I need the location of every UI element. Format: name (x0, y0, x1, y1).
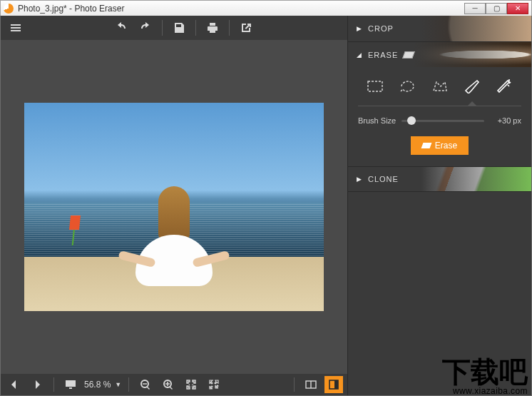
right-panel: ▶ CROP ◢ ERASE (347, 16, 531, 395)
toolbar-separator (195, 20, 196, 36)
photo-object-flag (69, 215, 81, 230)
toolbar-separator (229, 20, 230, 36)
arrow-right-icon (31, 379, 43, 390)
zoom-out-icon (140, 379, 151, 390)
toggle-panel-button[interactable] (324, 376, 343, 393)
rect-select-tool[interactable] (362, 77, 388, 96)
statusbar-separator (294, 377, 295, 392)
undo-icon (115, 21, 128, 34)
compare-icon (305, 379, 317, 390)
brush-icon (463, 79, 481, 93)
arrow-left-icon (9, 379, 20, 390)
polygon-icon (431, 79, 449, 93)
chevron-right-icon: ▶ (357, 25, 362, 32)
svg-rect-5 (334, 380, 338, 389)
left-pane: 56.8 % ▼ 1:1 (1, 16, 347, 395)
panel-crop-header[interactable]: ▶ CROP (348, 16, 531, 41)
zoom-dropdown-icon[interactable]: ▼ (115, 381, 121, 388)
actual-size-icon: 1:1 (185, 379, 197, 390)
app-body: 56.8 % ▼ 1:1 (0, 16, 532, 396)
panel-clone-header[interactable]: ▶ CLONE (348, 166, 531, 192)
statusbar-separator (53, 377, 54, 392)
brush-size-slider[interactable] (401, 120, 484, 122)
panel-crop-label: CROP (368, 24, 394, 33)
fit-icon (208, 379, 220, 390)
next-image-button[interactable] (28, 376, 46, 393)
minimize-button[interactable]: ─ (464, 3, 486, 14)
panel-erase-header[interactable]: ◢ ERASE (348, 41, 531, 67)
zoom-in-icon (163, 379, 174, 390)
close-button[interactable]: ✕ (507, 3, 528, 14)
brush-size-label: Brush Size (358, 116, 396, 125)
chevron-right-icon: ▶ (357, 176, 362, 183)
magic-wand-icon (495, 79, 513, 93)
zoom-in-button[interactable] (159, 376, 178, 393)
panel-erase-label: ERASE (368, 51, 398, 59)
eraser-icon (421, 143, 431, 148)
magic-wand-tool[interactable] (491, 77, 517, 96)
print-icon (206, 21, 219, 34)
undo-button[interactable] (111, 18, 132, 38)
menu-button[interactable] (5, 18, 26, 38)
statusbar-separator (128, 377, 129, 392)
eraser-icon (402, 51, 415, 59)
save-icon (173, 21, 185, 34)
panel-clone-label: CLONE (368, 175, 399, 183)
photo-canvas[interactable] (24, 103, 324, 311)
toolbar-separator (162, 20, 163, 36)
panel-icon (328, 379, 339, 390)
app-icon (4, 4, 14, 14)
zoom-value: 56.8 % (84, 380, 111, 390)
brush-size-row: Brush Size +30 px (358, 116, 521, 125)
zoom-out-button[interactable] (136, 376, 155, 393)
print-button[interactable] (202, 18, 223, 38)
lasso-icon (398, 79, 416, 93)
window-title: Photo_3.jpg* - Photo Eraser (18, 4, 124, 14)
zoom-100-button[interactable]: 1:1 (182, 376, 200, 393)
rect-select-icon (366, 79, 384, 93)
brush-size-value: +30 px (490, 116, 521, 125)
lasso-select-tool[interactable] (394, 77, 420, 96)
maximize-button[interactable]: ▢ (486, 3, 507, 14)
svg-text:1:1: 1:1 (188, 383, 195, 387)
redo-button[interactable] (135, 18, 156, 38)
panel-erase-body: Brush Size +30 px Erase (348, 67, 531, 166)
main-toolbar (1, 16, 347, 40)
erase-button-label: Erase (435, 141, 457, 151)
erase-button-row: Erase (358, 136, 521, 155)
fit-screen-button[interactable] (61, 376, 80, 393)
erase-button[interactable]: Erase (411, 136, 469, 155)
redo-icon (139, 21, 152, 34)
erase-tool-row (358, 74, 521, 106)
save-button[interactable] (168, 18, 190, 38)
chevron-down-icon: ◢ (357, 51, 362, 59)
window-titlebar: Photo_3.jpg* - Photo Eraser ─ ▢ ✕ (0, 0, 532, 16)
panel-empty-space (348, 192, 531, 395)
photo-object-person (158, 186, 190, 243)
polygon-select-tool[interactable] (427, 77, 453, 96)
canvas-area[interactable] (1, 40, 347, 374)
prev-image-button[interactable] (5, 376, 24, 393)
window-controls: ─ ▢ ✕ (464, 3, 528, 14)
compare-button[interactable] (302, 376, 320, 393)
share-button[interactable] (235, 18, 257, 38)
monitor-icon (65, 379, 76, 390)
statusbar: 56.8 % ▼ 1:1 (1, 374, 347, 395)
brush-tool[interactable] (459, 77, 485, 96)
zoom-fit-button[interactable] (205, 376, 223, 393)
slider-thumb[interactable] (407, 116, 416, 125)
svg-rect-6 (368, 81, 382, 91)
hamburger-icon (9, 21, 22, 34)
share-icon (240, 21, 252, 34)
